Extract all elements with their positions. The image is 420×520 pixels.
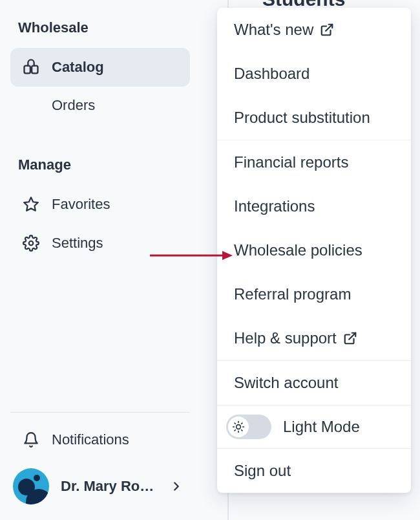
sun-icon (232, 420, 245, 433)
external-link-icon (343, 331, 357, 345)
svg-line-13 (235, 430, 235, 431)
section-title-wholesale: Wholesale (10, 0, 190, 48)
sidebar-item-orders[interactable]: Orders (10, 87, 190, 124)
sidebar-item-label: Settings (52, 235, 103, 252)
star-icon (22, 195, 40, 213)
svg-line-9 (235, 423, 235, 424)
menu-item-label: Sign out (234, 462, 291, 480)
svg-rect-0 (25, 66, 30, 74)
svg-marker-2 (24, 197, 38, 211)
svg-point-3 (29, 241, 34, 246)
menu-item-label: What's new (234, 21, 313, 39)
menu-item-label: Wholesale policies (234, 241, 362, 259)
menu-item-financial-reports[interactable]: Financial reports (217, 140, 411, 184)
menu-item-switch-account[interactable]: Switch account (217, 361, 411, 405)
toggle-knob (228, 417, 249, 437)
avatar (13, 468, 49, 504)
sidebar-item-label: Favorites (52, 196, 110, 213)
svg-line-14 (242, 423, 242, 424)
menu-item-label: Financial reports (234, 153, 348, 171)
menu-item-label: Referral program (234, 285, 351, 303)
sidebar-item-label: Notifications (52, 431, 129, 448)
theme-toggle[interactable] (226, 415, 271, 439)
svg-point-6 (236, 425, 241, 429)
menu-item-label: Switch account (234, 374, 338, 392)
menu-item-integrations[interactable]: Integrations (217, 184, 411, 228)
section-title-manage: Manage (10, 124, 190, 185)
sidebar-item-settings[interactable]: Settings (10, 224, 190, 263)
sidebar-item-catalog[interactable]: Catalog (10, 48, 190, 87)
user-menu[interactable]: Dr. Mary Ro… (10, 459, 190, 520)
svg-rect-1 (32, 66, 37, 74)
menu-item-label: Product substitution (234, 109, 370, 127)
user-name: Dr. Mary Ro… (61, 478, 158, 495)
dropdown-menu: What's new Dashboard Product substitutio… (217, 8, 411, 493)
gear-icon (22, 234, 40, 252)
external-link-icon (320, 23, 334, 37)
catalog-icon (22, 58, 40, 76)
menu-item-help-support[interactable]: Help & support (217, 316, 411, 360)
svg-line-5 (349, 333, 355, 340)
menu-item-whats-new[interactable]: What's new (217, 8, 411, 52)
divider (10, 412, 190, 413)
sidebar-item-notifications[interactable]: Notifications (10, 420, 190, 459)
menu-item-referral-program[interactable]: Referral program (217, 272, 411, 316)
bell-icon (22, 431, 40, 449)
menu-item-sign-out[interactable]: Sign out (217, 449, 411, 493)
menu-item-label: Integrations (234, 197, 315, 215)
sidebar-item-label: Catalog (52, 59, 104, 76)
chevron-right-icon (169, 479, 184, 493)
svg-line-4 (326, 25, 332, 31)
theme-mode-label: Light Mode (283, 418, 360, 436)
theme-mode-row: Light Mode (217, 406, 411, 448)
sidebar-item-favorites[interactable]: Favorites (10, 185, 190, 224)
menu-item-product-substitution[interactable]: Product substitution (217, 96, 411, 140)
menu-item-label: Dashboard (234, 65, 310, 83)
sidebar: Wholesale Catalog Orders Manage Favorite… (0, 0, 200, 520)
sidebar-item-label: Orders (52, 97, 95, 114)
menu-item-label: Help & support (234, 329, 337, 347)
menu-item-wholesale-policies[interactable]: Wholesale policies (217, 228, 411, 272)
svg-line-10 (242, 430, 242, 431)
menu-item-dashboard[interactable]: Dashboard (217, 52, 411, 96)
